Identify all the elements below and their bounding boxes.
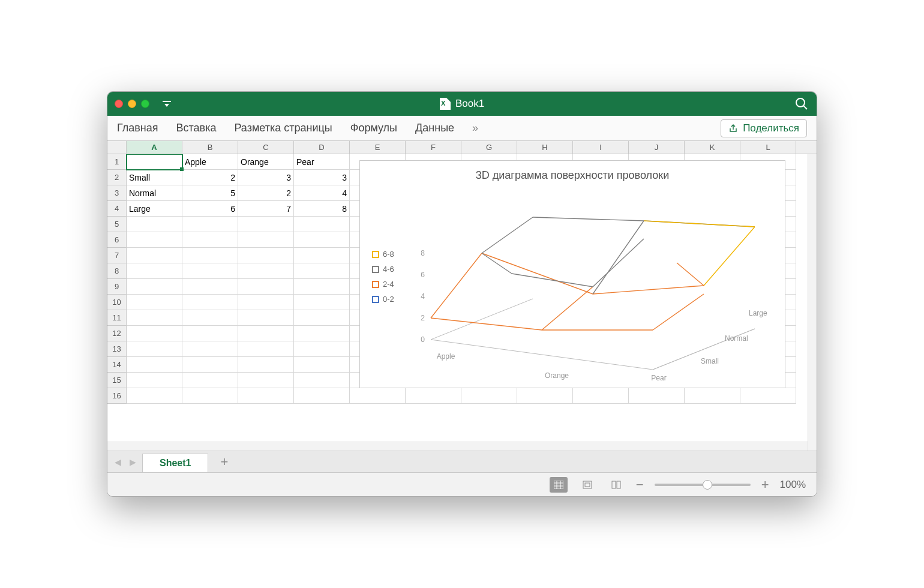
cell-J16[interactable] — [629, 388, 685, 404]
next-sheet-button[interactable]: ▶ — [127, 457, 139, 467]
zoom-level[interactable]: 100% — [780, 479, 806, 491]
row-header[interactable]: 14 — [107, 357, 127, 373]
tab-home[interactable]: Главная — [117, 122, 158, 134]
cell-B14[interactable] — [182, 357, 238, 373]
row-header[interactable]: 5 — [107, 217, 127, 232]
row-header[interactable]: 4 — [107, 201, 127, 217]
prev-sheet-button[interactable]: ◀ — [112, 457, 124, 467]
row-header[interactable]: 16 — [107, 388, 127, 404]
row-header[interactable]: 7 — [107, 248, 127, 263]
col-header-F[interactable]: F — [406, 141, 461, 154]
tab-insert[interactable]: Вставка — [176, 122, 217, 134]
cell-C16[interactable] — [238, 388, 294, 404]
cell-C13[interactable] — [238, 341, 294, 357]
row-header[interactable]: 12 — [107, 326, 127, 341]
cell-B1[interactable]: Apple — [182, 154, 238, 170]
embedded-chart[interactable]: 3D диаграмма поверхности проволоки 6-8 4… — [359, 160, 785, 388]
cell-D14[interactable] — [294, 357, 350, 373]
cell-A13[interactable] — [127, 341, 182, 357]
vertical-scrollbar[interactable] — [808, 154, 817, 451]
cell-D8[interactable] — [294, 263, 350, 279]
cell-B3[interactable]: 5 — [182, 185, 238, 201]
cell-C4[interactable]: 7 — [238, 201, 294, 217]
cell-B4[interactable]: 6 — [182, 201, 238, 217]
cell-D10[interactable] — [294, 295, 350, 310]
row-header[interactable]: 15 — [107, 373, 127, 388]
row-header[interactable]: 2 — [107, 170, 127, 185]
cell-A16[interactable] — [127, 388, 182, 404]
cell-A7[interactable] — [127, 248, 182, 263]
zoom-slider-thumb[interactable] — [703, 480, 712, 490]
cell-B11[interactable] — [182, 310, 238, 326]
cell-C7[interactable] — [238, 248, 294, 263]
col-header-D[interactable]: D — [294, 141, 350, 154]
cell-D2[interactable]: 3 — [294, 170, 350, 185]
cell-A5[interactable] — [127, 217, 182, 232]
cell-D15[interactable] — [294, 373, 350, 388]
search-button[interactable] — [795, 97, 808, 110]
cell-A11[interactable] — [127, 310, 182, 326]
cell-D3[interactable]: 4 — [294, 185, 350, 201]
cell-D5[interactable] — [294, 217, 350, 232]
zoom-slider[interactable] — [655, 484, 751, 486]
col-header-H[interactable]: H — [517, 141, 573, 154]
cell-A3[interactable]: Normal — [127, 185, 182, 201]
tab-formulas[interactable]: Формулы — [350, 122, 397, 134]
row-header[interactable]: 6 — [107, 232, 127, 248]
col-header-I[interactable]: I — [573, 141, 629, 154]
view-page-break-button[interactable] — [607, 477, 625, 493]
cell-B5[interactable] — [182, 217, 238, 232]
row-header[interactable]: 13 — [107, 341, 127, 357]
cell-B9[interactable] — [182, 279, 238, 295]
cell-A6[interactable] — [127, 232, 182, 248]
cell-D11[interactable] — [294, 310, 350, 326]
cell-B13[interactable] — [182, 341, 238, 357]
cell-B16[interactable] — [182, 388, 238, 404]
cell-D16[interactable] — [294, 388, 350, 404]
fullscreen-button[interactable] — [141, 100, 149, 108]
cell-C9[interactable] — [238, 279, 294, 295]
row-header[interactable]: 1 — [107, 154, 127, 170]
zoom-in-button[interactable]: + — [761, 477, 769, 493]
horizontal-scrollbar[interactable] — [107, 442, 808, 451]
col-header-B[interactable]: B — [182, 141, 238, 154]
cell-A10[interactable] — [127, 295, 182, 310]
cell-D7[interactable] — [294, 248, 350, 263]
row-header[interactable]: 10 — [107, 295, 127, 310]
cell-C11[interactable] — [238, 310, 294, 326]
cell-C10[interactable] — [238, 295, 294, 310]
tab-data[interactable]: Данные — [415, 122, 454, 134]
cell-E16[interactable] — [350, 388, 406, 404]
cell-C8[interactable] — [238, 263, 294, 279]
sheet-tab[interactable]: Sheet1 — [142, 454, 208, 472]
cell-H16[interactable] — [517, 388, 573, 404]
cell-A1[interactable] — [127, 154, 182, 170]
col-header-E[interactable]: E — [350, 141, 406, 154]
cell-B12[interactable] — [182, 326, 238, 341]
col-header-L[interactable]: L — [740, 141, 796, 154]
cell-C2[interactable]: 3 — [238, 170, 294, 185]
spreadsheet-grid[interactable]: 1AppleOrangePear2Small2333Normal5244Larg… — [107, 154, 817, 451]
zoom-out-button[interactable]: − — [636, 477, 644, 493]
cell-C6[interactable] — [238, 232, 294, 248]
close-button[interactable] — [115, 100, 123, 108]
cell-A8[interactable] — [127, 263, 182, 279]
cell-B7[interactable] — [182, 248, 238, 263]
cell-D1[interactable]: Pear — [294, 154, 350, 170]
cell-I16[interactable] — [573, 388, 629, 404]
tab-page-layout[interactable]: Разметка страницы — [234, 122, 332, 134]
cell-D12[interactable] — [294, 326, 350, 341]
cell-F16[interactable] — [406, 388, 461, 404]
customize-toolbar-icon[interactable] — [163, 101, 171, 107]
share-button[interactable]: Поделиться — [721, 119, 807, 137]
col-header-G[interactable]: G — [461, 141, 517, 154]
minimize-button[interactable] — [128, 100, 136, 108]
cell-B8[interactable] — [182, 263, 238, 279]
cell-D4[interactable]: 8 — [294, 201, 350, 217]
view-page-layout-button[interactable] — [578, 477, 596, 493]
select-all-corner[interactable] — [107, 141, 127, 154]
cell-C15[interactable] — [238, 373, 294, 388]
cell-B6[interactable] — [182, 232, 238, 248]
col-header-C[interactable]: C — [238, 141, 294, 154]
row-header[interactable]: 9 — [107, 279, 127, 295]
